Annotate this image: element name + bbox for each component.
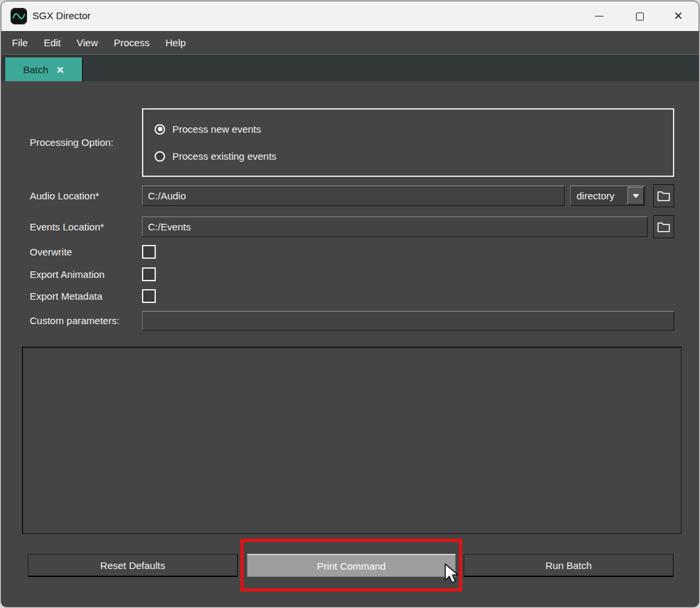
radio-icon[interactable]: [155, 151, 165, 162]
audio-location-browse-button[interactable]: [653, 184, 674, 207]
print-command-button[interactable]: Print Command: [247, 554, 456, 577]
radio-label: Process existing events: [172, 151, 277, 162]
maximize-icon: [636, 13, 644, 20]
overwrite-checkbox[interactable]: [142, 245, 156, 259]
menu-view[interactable]: View: [69, 31, 106, 54]
export-metadata-checkbox[interactable]: [142, 289, 156, 303]
dropdown-arrow-button[interactable]: [627, 187, 644, 205]
events-location-label: Events Location*: [30, 217, 104, 237]
menu-edit[interactable]: Edit: [36, 31, 69, 54]
export-metadata-label: Export Metadata: [30, 289, 102, 303]
tab-label: Batch: [23, 64, 48, 75]
menu-process[interactable]: Process: [106, 31, 157, 54]
menu-help[interactable]: Help: [157, 31, 193, 54]
audio-location-type-dropdown[interactable]: directory: [570, 186, 645, 206]
batch-panel: Processing Option: Process new events Pr…: [1, 81, 699, 607]
dropdown-value: directory: [571, 190, 627, 201]
export-animation-checkbox[interactable]: [142, 267, 156, 281]
custom-parameters-label: Custom parameters:: [30, 311, 120, 331]
radio-option-existing-events[interactable]: Process existing events: [155, 151, 277, 162]
reset-defaults-button[interactable]: Reset Defaults: [28, 554, 238, 577]
tab-bar: Batch ✕: [1, 54, 699, 81]
run-batch-button[interactable]: Run Batch: [464, 554, 674, 577]
radio-label: Process new events: [172, 123, 261, 135]
tab-batch[interactable]: Batch ✕: [5, 57, 83, 82]
folder-icon: [656, 221, 671, 233]
processing-option-label: Processing Option:: [30, 108, 114, 177]
app-window: SGX Director ✕ File Edit View Process He…: [1, 1, 699, 607]
events-location-browse-button[interactable]: [653, 215, 674, 238]
close-icon: ✕: [674, 11, 683, 22]
menu-bar: File Edit View Process Help: [1, 31, 699, 54]
close-button[interactable]: ✕: [663, 1, 693, 31]
events-location-input[interactable]: [142, 217, 648, 237]
overwrite-label: Overwrite: [30, 245, 72, 259]
radio-option-new-events[interactable]: Process new events: [155, 123, 261, 135]
window-title: SGX Director: [32, 10, 90, 21]
radio-icon[interactable]: [155, 124, 165, 135]
menu-file[interactable]: File: [4, 31, 36, 54]
export-animation-label: Export Animation: [30, 267, 104, 281]
audio-location-input[interactable]: [142, 186, 565, 206]
app-logo-icon: [11, 8, 27, 24]
title-bar[interactable]: SGX Director ✕: [1, 1, 699, 31]
maximize-button[interactable]: [625, 1, 655, 31]
processing-option-group: Process new events Process existing even…: [142, 108, 674, 177]
chevron-down-icon: [633, 194, 639, 198]
minimize-button[interactable]: [584, 1, 614, 31]
audio-location-label: Audio Location*: [30, 186, 99, 206]
folder-icon: [656, 190, 671, 202]
output-panel[interactable]: [22, 347, 682, 534]
tab-close-icon[interactable]: ✕: [56, 65, 64, 75]
custom-parameters-input[interactable]: [142, 311, 674, 331]
minimize-icon: [595, 16, 604, 17]
